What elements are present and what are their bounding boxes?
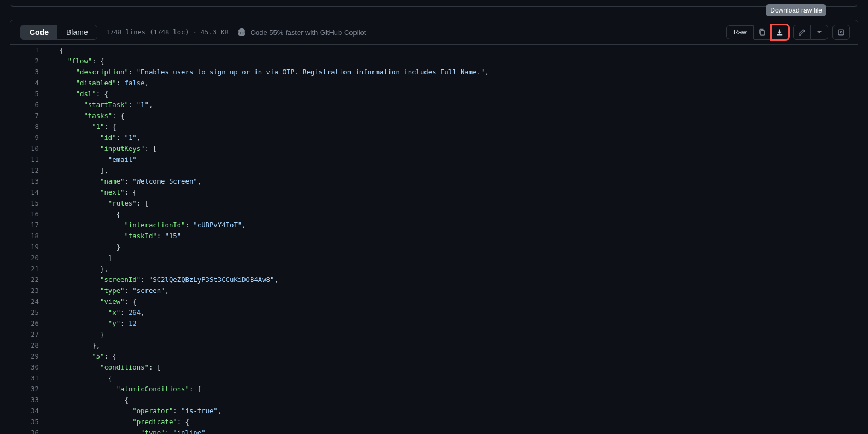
- line-content: {: [49, 395, 129, 406]
- line-content: "conditions": [: [49, 362, 161, 373]
- code-line[interactable]: 15 "rules": [: [10, 198, 858, 209]
- code-line[interactable]: 27 }: [10, 329, 858, 340]
- code-line[interactable]: 34 "operator": "is-true",: [10, 406, 858, 417]
- line-number[interactable]: 11: [10, 154, 49, 165]
- tab-blame[interactable]: Blame: [57, 25, 97, 39]
- line-number[interactable]: 17: [10, 220, 49, 231]
- view-tabs: Code Blame: [20, 25, 97, 40]
- code-line[interactable]: 12 ],: [10, 165, 858, 176]
- code-line[interactable]: 30 "conditions": [: [10, 362, 858, 373]
- line-number[interactable]: 13: [10, 176, 49, 187]
- previous-panel-bottom: [10, 0, 858, 7]
- line-content: "name": "Welcome Screen",: [49, 176, 201, 187]
- code-line[interactable]: 1{: [10, 45, 858, 56]
- line-number[interactable]: 4: [10, 78, 49, 89]
- line-number[interactable]: 1: [10, 45, 49, 56]
- code-line[interactable]: 29 "5": {: [10, 351, 858, 362]
- code-line[interactable]: 20 ]: [10, 253, 858, 263]
- code-line[interactable]: 17 "interactionId": "cUBPvY4IoT",: [10, 220, 858, 231]
- line-number[interactable]: 28: [10, 340, 49, 351]
- code-line[interactable]: 24 "view": {: [10, 296, 858, 307]
- file-meta: 1748 lines (1748 loc) · 45.3 KB: [106, 28, 229, 36]
- code-line[interactable]: 5 "dsl": {: [10, 89, 858, 99]
- download-icon: [776, 28, 784, 37]
- code-line[interactable]: 31 {: [10, 373, 858, 384]
- line-number[interactable]: 9: [10, 132, 49, 143]
- line-number[interactable]: 3: [10, 67, 49, 78]
- code-line[interactable]: 11 "email": [10, 154, 858, 165]
- code-line[interactable]: 18 "taskId": "15": [10, 231, 858, 242]
- symbols-icon: [837, 28, 845, 37]
- line-number[interactable]: 15: [10, 198, 49, 209]
- code-line[interactable]: 14 "next": {: [10, 187, 858, 198]
- line-number[interactable]: 30: [10, 362, 49, 373]
- line-number[interactable]: 34: [10, 406, 49, 417]
- line-number[interactable]: 32: [10, 384, 49, 395]
- code-line[interactable]: 2 "flow": {: [10, 56, 858, 67]
- copilot-prompt[interactable]: Code 55% faster with GitHub Copilot: [237, 28, 366, 37]
- line-content: "description": "Enables users to sign up…: [49, 67, 489, 78]
- tab-code[interactable]: Code: [21, 25, 57, 39]
- svg-point-2: [840, 31, 842, 33]
- line-number[interactable]: 24: [10, 296, 49, 307]
- line-content: "screenId": "SC2lQeZQBzLyP3St3CCuKiDOB4A…: [49, 274, 278, 285]
- line-number[interactable]: 27: [10, 329, 49, 340]
- line-number[interactable]: 29: [10, 351, 49, 362]
- line-number[interactable]: 25: [10, 307, 49, 318]
- code-line[interactable]: 33 {: [10, 395, 858, 406]
- line-number[interactable]: 19: [10, 242, 49, 253]
- line-number[interactable]: 10: [10, 143, 49, 154]
- code-line[interactable]: 6 "startTask": "1",: [10, 99, 858, 110]
- code-line[interactable]: 10 "inputKeys": [: [10, 143, 858, 154]
- copy-button[interactable]: [754, 25, 771, 40]
- line-content: "rules": [: [49, 198, 149, 209]
- symbols-button[interactable]: [832, 25, 850, 40]
- line-number[interactable]: 18: [10, 231, 49, 242]
- line-content: "dsl": {: [49, 89, 108, 99]
- download-button[interactable]: [771, 25, 789, 40]
- code-line[interactable]: 32 "atomicConditions": [: [10, 384, 858, 395]
- line-number[interactable]: 21: [10, 263, 49, 274]
- code-line[interactable]: 36 "type": "inline",: [10, 427, 858, 434]
- code-line[interactable]: 28 },: [10, 340, 858, 351]
- line-number[interactable]: 23: [10, 285, 49, 296]
- copilot-text: Code 55% faster with GitHub Copilot: [251, 28, 366, 37]
- code-line[interactable]: 8 "1": {: [10, 121, 858, 132]
- code-line[interactable]: 13 "name": "Welcome Screen",: [10, 176, 858, 187]
- line-number[interactable]: 6: [10, 99, 49, 110]
- line-content: ]: [49, 253, 112, 263]
- raw-button[interactable]: Raw: [726, 25, 754, 39]
- line-number[interactable]: 26: [10, 318, 49, 329]
- edit-button[interactable]: [793, 25, 811, 40]
- line-number[interactable]: 5: [10, 89, 49, 99]
- line-number[interactable]: 36: [10, 427, 49, 434]
- file-size: 45.3 KB: [201, 28, 229, 36]
- code-line[interactable]: 25 "x": 264,: [10, 307, 858, 318]
- code-line[interactable]: 4 "disabled": false,: [10, 78, 858, 89]
- line-number[interactable]: 35: [10, 417, 49, 427]
- code-line[interactable]: 19 }: [10, 242, 858, 253]
- code-line[interactable]: 26 "y": 12: [10, 318, 858, 329]
- line-number[interactable]: 2: [10, 56, 49, 67]
- code-line[interactable]: 23 "type": "screen",: [10, 285, 858, 296]
- code-line[interactable]: 9 "id": "1",: [10, 132, 858, 143]
- code-line[interactable]: 35 "predicate": {: [10, 417, 858, 427]
- line-content: "flow": {: [49, 56, 104, 67]
- code-line[interactable]: 21 },: [10, 263, 858, 274]
- line-number[interactable]: 14: [10, 187, 49, 198]
- code-line[interactable]: 22 "screenId": "SC2lQeZQBzLyP3St3CCuKiDO…: [10, 274, 858, 285]
- line-number[interactable]: 22: [10, 274, 49, 285]
- code-line[interactable]: 7 "tasks": {: [10, 110, 858, 121]
- line-number[interactable]: 12: [10, 165, 49, 176]
- line-number[interactable]: 31: [10, 373, 49, 384]
- edit-more-button[interactable]: [811, 25, 828, 40]
- line-number[interactable]: 7: [10, 110, 49, 121]
- code-line[interactable]: 3 "description": "Enables users to sign …: [10, 67, 858, 78]
- line-number[interactable]: 8: [10, 121, 49, 132]
- code-viewer[interactable]: 1{2 "flow": {3 "description": "Enables u…: [10, 45, 858, 434]
- line-number[interactable]: 20: [10, 253, 49, 263]
- lines-count: 1748 lines (1748 loc): [106, 28, 189, 36]
- line-number[interactable]: 16: [10, 209, 49, 220]
- line-number[interactable]: 33: [10, 395, 49, 406]
- code-line[interactable]: 16 {: [10, 209, 858, 220]
